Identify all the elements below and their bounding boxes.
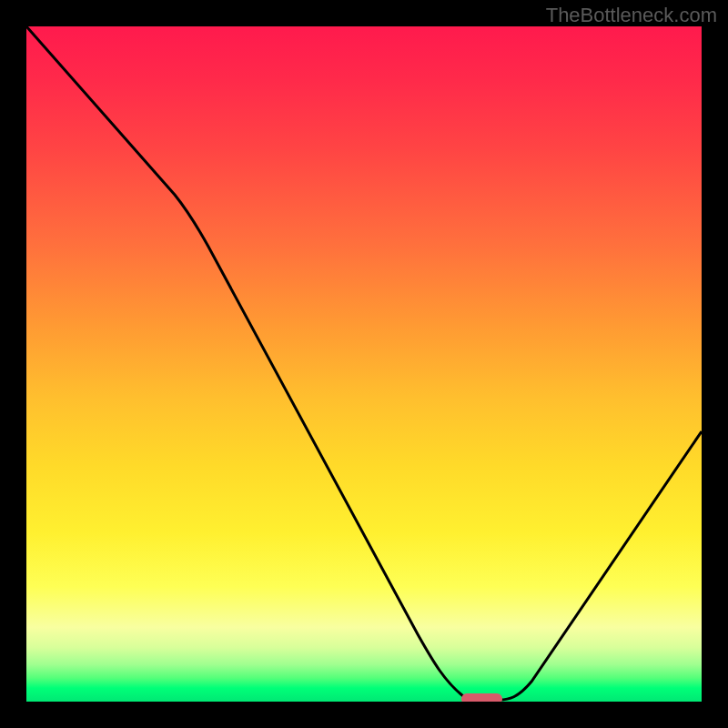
plot-area bbox=[26, 26, 702, 702]
attribution-text: TheBottleneck.com bbox=[546, 4, 717, 27]
curve-path bbox=[26, 26, 702, 700]
optimal-marker bbox=[461, 693, 502, 702]
bottleneck-curve bbox=[26, 26, 702, 702]
